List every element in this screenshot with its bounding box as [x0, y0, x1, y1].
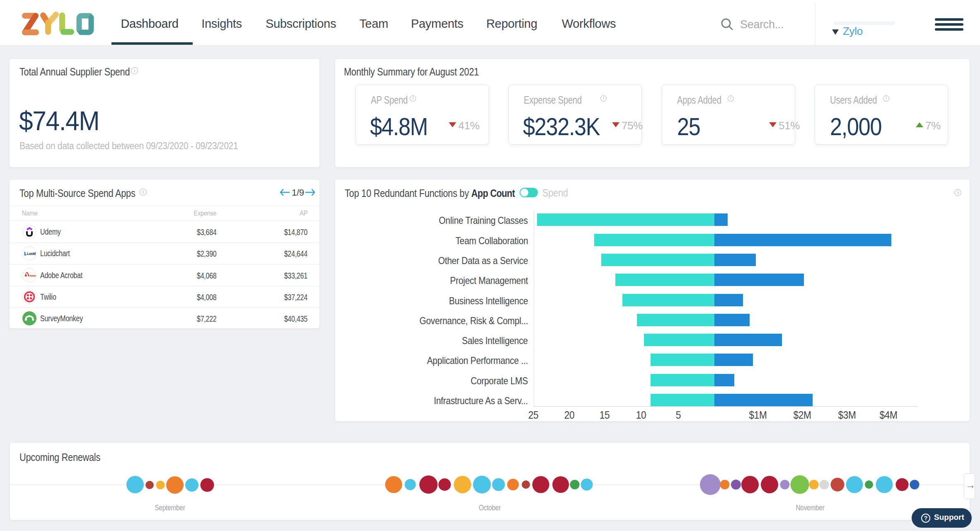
svg-text:Lucid: Lucid — [27, 252, 36, 256]
svg-text:?: ? — [924, 515, 927, 521]
svg-text:Adobe: Adobe — [29, 274, 36, 277]
